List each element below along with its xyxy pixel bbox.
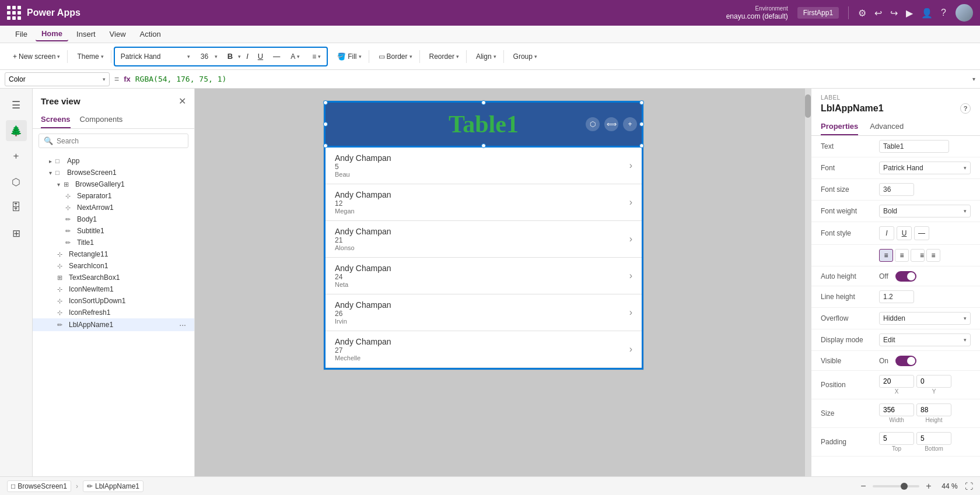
settings-icon[interactable]: ⚙ bbox=[858, 8, 866, 19]
gallery-row[interactable]: Andy Champan 24 Neta › bbox=[326, 258, 642, 294]
gallery-row[interactable]: Andy Champan 21 Alonso › bbox=[326, 221, 642, 258]
handle-bl[interactable] bbox=[323, 143, 328, 148]
gallery-row[interactable]: Andy Champan 27 Mechelle › bbox=[326, 331, 642, 368]
fullscreen-button[interactable]: ⛶ bbox=[965, 482, 973, 491]
font-color-button[interactable]: A ▾ bbox=[286, 50, 306, 63]
rp-size-width-input[interactable] bbox=[879, 403, 914, 416]
search-input[interactable] bbox=[57, 137, 183, 145]
left-panel-variables-icon[interactable]: 🗄 bbox=[6, 197, 27, 218]
tree-close-button[interactable]: ✕ bbox=[178, 96, 186, 107]
fx-button[interactable]: fx bbox=[124, 75, 131, 83]
tree-item-nextarrow1[interactable]: ⊹ NextArrow1 bbox=[33, 202, 194, 213]
rp-font-select[interactable]: Patrick Hand ▾ bbox=[879, 162, 971, 174]
align-button[interactable]: Align ▾ bbox=[471, 50, 501, 63]
help-icon[interactable]: ? bbox=[941, 8, 946, 18]
font-size-selector[interactable]: 36 ▾ bbox=[196, 50, 222, 63]
rp-text-input[interactable] bbox=[879, 140, 949, 153]
gallery-add-icon[interactable]: + bbox=[623, 117, 637, 131]
text-align-button[interactable]: ≡ ▾ bbox=[307, 50, 326, 63]
tree-item-title1[interactable]: ✏ Title1 bbox=[33, 237, 194, 248]
gallery-resize-icon[interactable]: ⟺ bbox=[604, 117, 618, 131]
border-button[interactable]: ▭ Border ▾ bbox=[374, 50, 417, 63]
gallery-header[interactable]: Table1 ⬡ ⟺ + bbox=[324, 101, 643, 148]
new-screen-button[interactable]: + New screen ▾ bbox=[8, 50, 65, 63]
theme-button[interactable]: Theme ▾ bbox=[72, 50, 108, 63]
align-right-button[interactable]: ≡ bbox=[911, 249, 925, 262]
tree-item-app[interactable]: ▸ □ App bbox=[33, 155, 194, 167]
zoom-slider[interactable] bbox=[873, 485, 919, 487]
gallery-row[interactable]: Andy Champan 26 Irvin › bbox=[326, 294, 642, 331]
formula-expand-chevron[interactable]: ▾ bbox=[972, 76, 975, 82]
tree-search-box[interactable]: 🔍 bbox=[38, 134, 188, 148]
tab-properties[interactable]: Properties bbox=[821, 118, 858, 135]
breadcrumb-screen[interactable]: □ BrowseScreen1 bbox=[7, 480, 71, 492]
property-dropdown[interactable]: Color ▾ bbox=[5, 72, 110, 86]
rp-fontweight-select[interactable]: Bold ▾ bbox=[879, 205, 971, 217]
tree-item-iconrefresh1[interactable]: ⊹ IconRefresh1 bbox=[33, 307, 194, 318]
menu-view[interactable]: View bbox=[104, 27, 132, 41]
rp-displaymode-select[interactable]: Edit ▾ bbox=[879, 333, 971, 346]
menu-action[interactable]: Action bbox=[134, 27, 167, 41]
handle-br[interactable] bbox=[639, 143, 644, 148]
tab-components[interactable]: Components bbox=[80, 111, 123, 128]
fill-button[interactable]: 🪣 Fill ▾ bbox=[332, 50, 366, 63]
strikethrough-style-button[interactable]: — bbox=[914, 226, 929, 240]
align-center-button[interactable]: ≡ bbox=[895, 249, 909, 262]
tree-item-textsearchbox1[interactable]: ⊞ TextSearchBox1 bbox=[33, 272, 194, 283]
strikethrough-button[interactable]: — bbox=[268, 50, 285, 63]
left-panel-add-icon[interactable]: + bbox=[6, 146, 27, 167]
tree-item-searchicon1[interactable]: ⊹ SearchIcon1 bbox=[33, 260, 194, 272]
handle-mr[interactable] bbox=[639, 122, 644, 127]
menu-home[interactable]: Home bbox=[36, 27, 68, 41]
rp-padding-top-input[interactable] bbox=[879, 432, 914, 445]
avatar[interactable] bbox=[956, 4, 973, 22]
tree-item-browsescreen1[interactable]: ▾ □ BrowseScreen1 bbox=[33, 167, 194, 178]
rp-position-y-input[interactable] bbox=[916, 375, 951, 388]
zoom-slider-thumb[interactable] bbox=[901, 483, 908, 490]
reorder-button[interactable]: Reorder ▾ bbox=[425, 50, 464, 63]
menu-file[interactable]: File bbox=[9, 27, 33, 41]
undo-icon[interactable]: ↩ bbox=[874, 8, 882, 19]
handle-tl[interactable] bbox=[323, 100, 328, 105]
rp-fontsize-input[interactable] bbox=[879, 183, 914, 196]
gallery-row[interactable]: Andy Champan 5 Beau › bbox=[326, 148, 642, 184]
tree-item-rectangle11[interactable]: ⊹ Rectangle11 bbox=[33, 248, 194, 260]
handle-tm[interactable] bbox=[481, 100, 486, 105]
gallery-row[interactable]: Andy Champan 12 Megan › bbox=[326, 184, 642, 221]
handle-ml[interactable] bbox=[323, 122, 328, 127]
italic-button[interactable]: I bbox=[242, 50, 253, 62]
italic-style-button[interactable]: I bbox=[879, 226, 894, 240]
underline-style-button[interactable]: U bbox=[897, 226, 912, 240]
zoom-out-button[interactable]: − bbox=[858, 481, 869, 492]
tab-screens[interactable]: Screens bbox=[41, 111, 71, 128]
font-name-selector[interactable]: Patrick Hand ▾ bbox=[116, 50, 195, 63]
rp-overflow-select[interactable]: Hidden ▾ bbox=[879, 312, 971, 325]
handle-tr[interactable] bbox=[639, 100, 644, 105]
left-panel-tree-icon[interactable]: 🌲 bbox=[6, 120, 27, 141]
formula-input[interactable]: RGBA(54, 176, 75, 1) bbox=[135, 75, 968, 83]
tree-item-subtitle1[interactable]: ✏ Subtitle1 bbox=[33, 225, 194, 237]
rp-help-button[interactable]: ? bbox=[960, 103, 971, 114]
left-panel-menu-icon[interactable]: ☰ bbox=[6, 94, 27, 115]
group-button[interactable]: Group ▾ bbox=[509, 50, 542, 63]
underline-button[interactable]: U bbox=[254, 50, 267, 62]
tree-item-body1[interactable]: ✏ Body1 bbox=[33, 213, 194, 225]
tab-advanced[interactable]: Advanced bbox=[870, 118, 904, 135]
rp-size-height-input[interactable] bbox=[916, 403, 951, 416]
left-panel-components-icon[interactable]: ⊞ bbox=[6, 223, 27, 244]
item-context-menu[interactable]: ··· bbox=[179, 320, 186, 329]
tree-item-iconnewitem1[interactable]: ⊹ IconNewItem1 bbox=[33, 283, 194, 295]
gallery-crop-icon[interactable]: ⬡ bbox=[586, 117, 600, 131]
align-left-button[interactable]: ≡ bbox=[879, 249, 893, 262]
redo-icon[interactable]: ↪ bbox=[890, 8, 898, 19]
bold-button[interactable]: B bbox=[223, 50, 237, 62]
rp-lineheight-input[interactable] bbox=[879, 290, 914, 303]
menu-insert[interactable]: Insert bbox=[71, 27, 102, 41]
zoom-in-button[interactable]: + bbox=[923, 481, 935, 492]
tree-item-lblappname1[interactable]: ✏ LblAppName1 ··· bbox=[33, 318, 194, 331]
handle-bm[interactable] bbox=[481, 143, 486, 148]
canvas-scrollbar[interactable] bbox=[805, 89, 811, 476]
waffle-icon[interactable] bbox=[7, 6, 21, 20]
play-icon[interactable]: ▶ bbox=[906, 8, 913, 19]
user-icon[interactable]: 👤 bbox=[921, 8, 933, 19]
